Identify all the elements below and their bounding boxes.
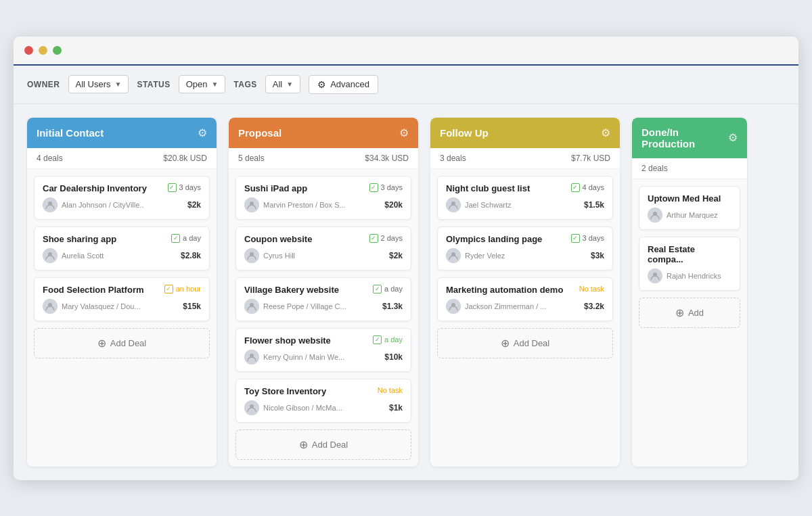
minimize-dot[interactable] [39,46,47,55]
deal-card[interactable]: Uptown Med HealArthur Marquez [639,186,740,230]
main-window: OWNER All Users ▼ STATUS Open ▼ TAGS All… [14,37,798,480]
deal-title: Night club guest list [446,183,566,193]
maximize-dot[interactable] [53,46,62,55]
col-header-follow-up: Follow Up⚙ [430,118,620,148]
deal-meta: Jackson Zimmerman / ...$3.2k [446,299,604,314]
deal-task: ✓2 days [369,234,403,243]
deal-task: ✓4 days [571,183,604,192]
owner-label: OWNER [27,80,60,89]
add-deal-button[interactable]: ⊕Add Deal [235,429,411,460]
owner-value: All Users [76,79,111,89]
deal-meta: Reese Pope / Village C...$1.3k [244,299,403,314]
deal-person: Nicole Gibson / McMa... [244,400,342,415]
deal-title-row: Marketing automation demoNo task [446,285,604,295]
deal-person-name: Rajah Hendricks [667,272,721,280]
deal-person: Reese Pope / Village C... [244,299,346,314]
deal-title: Coupon website [244,234,364,244]
deal-person-name: Jackson Zimmerman / ... [465,302,546,310]
deal-amount: $2k [389,251,403,260]
deal-title-row: Sushi iPad app✓3 days [244,183,403,193]
add-deal-label: Add [688,308,704,318]
deal-title-row: Coupon website✓2 days [244,234,403,244]
deal-title-row: Food Selection Platform✓an hour [43,285,201,295]
deal-title-row: Flower shop website✓a day [244,335,403,346]
add-icon: ⊕ [501,337,510,350]
deal-person-name: Alan Johnson / CityVille.. [62,201,143,209]
deal-card[interactable]: Flower shop website✓a dayKerry Quinn / M… [235,328,411,372]
owner-chevron: ▼ [115,80,122,88]
deal-title: Uptown Med Heal [648,193,731,204]
avatar [244,350,259,365]
column-proposal: Proposal⚙5 deals$34.3k USDSushi iPad app… [229,118,418,467]
status-chevron: ▼ [211,80,218,88]
deal-task: ✓3 days [168,183,201,192]
deal-card[interactable]: Sushi iPad app✓3 daysMarvin Preston / Bo… [235,176,411,220]
deal-person: Alan Johnson / CityVille.. [43,197,143,212]
deal-title-row: Olympics landing page✓3 days [446,234,604,244]
status-select[interactable]: Open ▼ [179,75,226,93]
owner-select[interactable]: All Users ▼ [68,75,129,93]
deal-person: Jael Schwartz [446,197,511,212]
avatar [43,248,58,263]
deal-meta: Cyrus Hill$2k [244,248,403,263]
col-header-done-production: Done/In Production⚙ [632,118,747,158]
add-deal-button[interactable]: ⊕Add Deal [437,328,613,358]
deal-title: Food Selection Platform [43,285,159,295]
deal-task: ✓a day [373,335,403,344]
avatar [244,248,259,263]
col-deals-count: 4 deals [37,154,63,163]
close-dot[interactable] [24,46,33,55]
deal-card[interactable]: Real Estate compa...Rajah Hendricks [639,237,740,291]
deal-meta: Alan Johnson / CityVille..$2k [43,197,201,212]
col-total: $7.7k USD [571,154,610,163]
deal-amount: $3k [591,251,604,260]
add-icon: ⊕ [299,438,308,451]
deal-card[interactable]: Food Selection Platform✓an hourMary Vala… [34,277,210,321]
deal-card[interactable]: Night club guest list✓4 daysJael Schwart… [437,176,613,220]
avatar [244,197,259,212]
col-gear-done-production[interactable]: ⚙ [728,131,738,144]
deal-title: Real Estate compa... [648,244,731,264]
deal-person-name: Ryder Velez [465,252,505,260]
deal-card[interactable]: Toy Store InventoryNo taskNicole Gibson … [235,379,411,423]
avatar [43,299,58,314]
deal-person: Marvin Preston / Box S... [244,197,346,212]
add-deal-label: Add Deal [514,338,549,348]
deal-card[interactable]: Car Dealership Inventory✓3 daysAlan John… [34,176,210,220]
col-gear-initial-contact[interactable]: ⚙ [198,126,207,139]
deal-person-name: Jael Schwartz [465,201,511,209]
deal-card[interactable]: Shoe sharing app✓a dayAurelia Scott$2.8k [34,227,210,271]
deal-card[interactable]: Olympics landing page✓3 daysRyder Velez$… [437,227,613,271]
col-title-proposal: Proposal [238,127,281,139]
column-done-production: Done/In Production⚙2 dealsUptown Med Hea… [632,118,747,467]
deal-card[interactable]: Village Bakery website✓a dayReese Pope /… [235,277,411,321]
col-gear-proposal[interactable]: ⚙ [399,126,409,139]
deal-amount: $1k [389,403,403,413]
col-header-proposal: Proposal⚙ [229,118,418,148]
deal-person: Cyrus Hill [244,248,295,263]
avatar [446,248,461,263]
deal-title-row: Village Bakery website✓a day [244,285,403,295]
deal-card[interactable]: Marketing automation demoNo taskJackson … [437,277,613,321]
deal-amount: $20k [384,200,403,210]
col-stats-proposal: 5 deals$34.3k USD [229,148,418,169]
deal-amount: $2.8k [181,251,201,260]
deal-title: Toy Store Inventory [244,386,372,396]
col-total: $34.3k USD [365,154,409,163]
add-deal-button[interactable]: ⊕Add [639,298,740,328]
column-initial-contact: Initial Contact⚙4 deals$20.8k USDCar Dea… [27,118,217,467]
add-deal-button[interactable]: ⊕Add Deal [34,328,210,358]
avatar [244,400,259,415]
tags-select[interactable]: All ▼ [265,75,300,93]
deal-amount: $1.5k [584,200,604,210]
deal-task: ✓3 days [369,183,403,192]
deal-person-name: Marvin Preston / Box S... [263,201,346,209]
tags-label: TAGS [233,80,256,89]
advanced-button[interactable]: ⚙ Advanced [309,75,378,94]
col-deals-count: 3 deals [440,154,466,163]
deal-card[interactable]: Coupon website✓2 daysCyrus Hill$2k [235,227,411,271]
tags-value: All [273,79,282,89]
deal-meta: Arthur Marquez [648,208,731,222]
titlebar [14,37,798,66]
col-gear-follow-up[interactable]: ⚙ [601,126,610,139]
